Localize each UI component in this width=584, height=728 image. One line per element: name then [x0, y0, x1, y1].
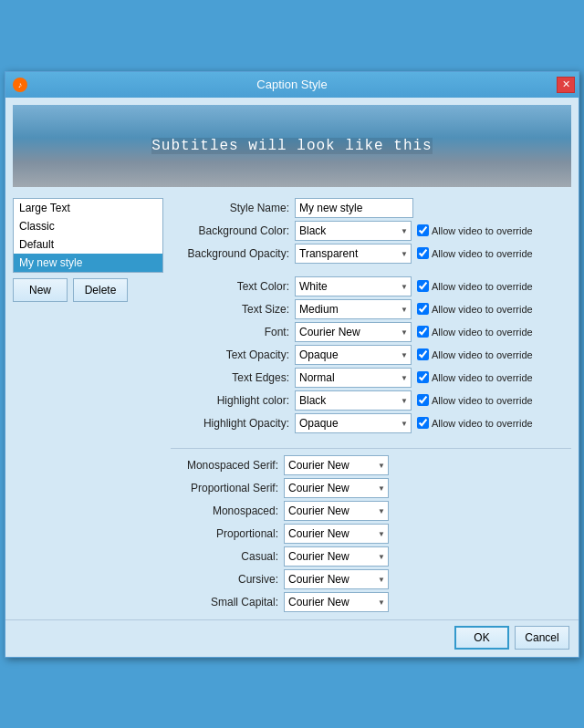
proportional-select[interactable]: Courier New	[284, 524, 389, 544]
cancel-button[interactable]: Cancel	[515, 626, 569, 650]
highlight-opacity-select[interactable]: Opaque Transparent	[295, 413, 412, 433]
casual-select[interactable]: Courier New	[284, 546, 389, 567]
window-title: Caption Style	[256, 78, 327, 91]
bg-opacity-checkbox[interactable]	[417, 247, 429, 259]
highlight-opacity-override[interactable]: Allow video to override	[417, 417, 533, 429]
proportional-serif-label: Proportional Serif:	[171, 482, 278, 494]
style-item-my-new-style[interactable]: My new style	[14, 254, 162, 272]
preview-text: Subtitles will look like this	[151, 138, 432, 154]
text-opacity-select[interactable]: Opaque Transparent	[295, 345, 412, 365]
highlight-color-row: Highlight color: Black White Allow video…	[171, 390, 571, 411]
text-color-override-label: Allow video to override	[432, 281, 533, 292]
style-item-classic[interactable]: Classic	[14, 217, 162, 235]
text-opacity-label: Text Opacity:	[171, 348, 289, 361]
text-color-row: Text Color: White Black Allow video to o…	[171, 276, 571, 296]
bg-color-checkbox[interactable]	[417, 224, 429, 236]
text-color-label: Text Color:	[171, 280, 289, 293]
style-list: Large Text Classic Default My new style	[13, 198, 163, 273]
app-icon: ♪	[13, 78, 27, 92]
monospaced-select[interactable]: Courier New	[284, 501, 389, 521]
font-checkbox[interactable]	[417, 326, 429, 338]
monospaced-row: Monospaced: Courier New	[171, 501, 571, 521]
text-color-select[interactable]: White Black	[295, 276, 412, 296]
style-name-label: Style Name:	[171, 202, 289, 214]
monospaced-serif-row: Monospaced Serif: Courier New	[171, 455, 571, 475]
style-item-large-text[interactable]: Large Text	[14, 199, 162, 217]
casual-row: Casual: Courier New	[171, 546, 571, 567]
list-buttons: New Delete	[13, 278, 163, 302]
subtitle-preview: Subtitles will look like this	[13, 105, 571, 187]
highlight-color-select[interactable]: Black White	[295, 390, 412, 411]
highlight-opacity-select-wrapper: Opaque Transparent	[295, 413, 412, 433]
bg-color-override[interactable]: Allow video to override	[417, 224, 533, 236]
proportional-select-wrapper: Courier New	[284, 524, 389, 544]
small-capital-select-wrapper: Courier New	[284, 592, 389, 612]
style-name-input[interactable]	[295, 198, 413, 218]
text-opacity-select-wrapper: Opaque Transparent	[295, 345, 412, 365]
highlight-color-select-wrapper: Black White	[295, 390, 412, 411]
text-color-override[interactable]: Allow video to override	[417, 280, 533, 292]
text-size-select[interactable]: Medium Small Large	[295, 299, 412, 319]
left-panel: Large Text Classic Default My new style …	[13, 198, 163, 612]
casual-select-wrapper: Courier New	[284, 546, 389, 567]
text-size-checkbox[interactable]	[417, 303, 429, 315]
text-opacity-override-label: Allow video to override	[432, 349, 533, 360]
bg-opacity-override-label: Allow video to override	[432, 248, 533, 259]
cursive-row: Cursive: Courier New	[171, 569, 571, 589]
delete-button[interactable]: Delete	[73, 278, 128, 302]
bg-opacity-override[interactable]: Allow video to override	[417, 247, 533, 259]
text-edges-checkbox[interactable]	[417, 371, 429, 383]
highlight-opacity-row: Highlight Opacity: Opaque Transparent Al…	[171, 413, 571, 433]
small-capital-select[interactable]: Courier New	[284, 592, 389, 612]
titlebar: ♪ Caption Style ✕	[5, 72, 579, 98]
bg-color-select[interactable]: Black White Transparent	[295, 221, 412, 241]
text-size-override[interactable]: Allow video to override	[417, 303, 533, 315]
font-select-wrapper: Courier New Arial	[295, 322, 412, 342]
highlight-opacity-checkbox[interactable]	[417, 417, 429, 429]
highlight-opacity-label: Highlight Opacity:	[171, 417, 289, 430]
highlight-color-override[interactable]: Allow video to override	[417, 394, 533, 406]
close-button[interactable]: ✕	[557, 77, 575, 93]
bg-opacity-select-wrapper: Transparent Opaque	[295, 244, 412, 264]
monospaced-serif-select[interactable]: Courier New	[284, 455, 389, 475]
right-panel: Style Name: Background Color: Black Whit…	[171, 198, 571, 612]
font-select[interactable]: Courier New Arial	[295, 322, 412, 342]
highlight-color-label: Highlight color:	[171, 394, 289, 407]
monospaced-serif-label: Monospaced Serif:	[171, 459, 278, 472]
text-edges-select-wrapper: Normal Raised Depressed	[295, 368, 412, 388]
gap1	[171, 266, 571, 274]
bg-color-select-wrapper: Black White Transparent	[295, 221, 412, 241]
text-size-override-label: Allow video to override	[432, 304, 533, 315]
text-edges-select[interactable]: Normal Raised Depressed	[295, 368, 412, 388]
font-row: Font: Courier New Arial Allow video to o…	[171, 322, 571, 342]
proportional-serif-select[interactable]: Courier New	[284, 478, 389, 498]
style-item-default[interactable]: Default	[14, 235, 162, 254]
text-color-select-wrapper: White Black	[295, 276, 412, 296]
font-override-label: Allow video to override	[432, 327, 533, 338]
text-edges-override-label: Allow video to override	[432, 372, 533, 383]
bg-color-label: Background Color:	[171, 224, 289, 237]
divider	[171, 448, 571, 449]
text-opacity-checkbox[interactable]	[417, 348, 429, 360]
text-edges-override[interactable]: Allow video to override	[417, 371, 533, 383]
text-edges-row: Text Edges: Normal Raised Depressed Allo…	[171, 368, 571, 388]
ok-button[interactable]: OK	[454, 626, 509, 650]
cursive-label: Cursive:	[171, 573, 278, 586]
gap2	[171, 436, 571, 443]
font-override[interactable]: Allow video to override	[417, 326, 533, 338]
monospaced-serif-select-wrapper: Courier New	[284, 455, 389, 475]
cursive-select-wrapper: Courier New	[284, 569, 389, 589]
bg-color-override-label: Allow video to override	[432, 225, 533, 236]
casual-label: Casual:	[171, 550, 278, 563]
bg-opacity-select[interactable]: Transparent Opaque	[295, 244, 412, 264]
small-capital-row: Small Capital: Courier New	[171, 592, 571, 612]
cursive-select[interactable]: Courier New	[284, 569, 389, 589]
new-button[interactable]: New	[13, 278, 68, 302]
highlight-color-override-label: Allow video to override	[432, 395, 533, 406]
text-opacity-override[interactable]: Allow video to override	[417, 348, 533, 360]
caption-style-window: ♪ Caption Style ✕ Subtitles will look li…	[5, 71, 579, 658]
proportional-serif-select-wrapper: Courier New	[284, 478, 389, 498]
highlight-color-checkbox[interactable]	[417, 394, 429, 406]
font-label: Font:	[171, 326, 289, 338]
text-color-checkbox[interactable]	[417, 280, 429, 292]
